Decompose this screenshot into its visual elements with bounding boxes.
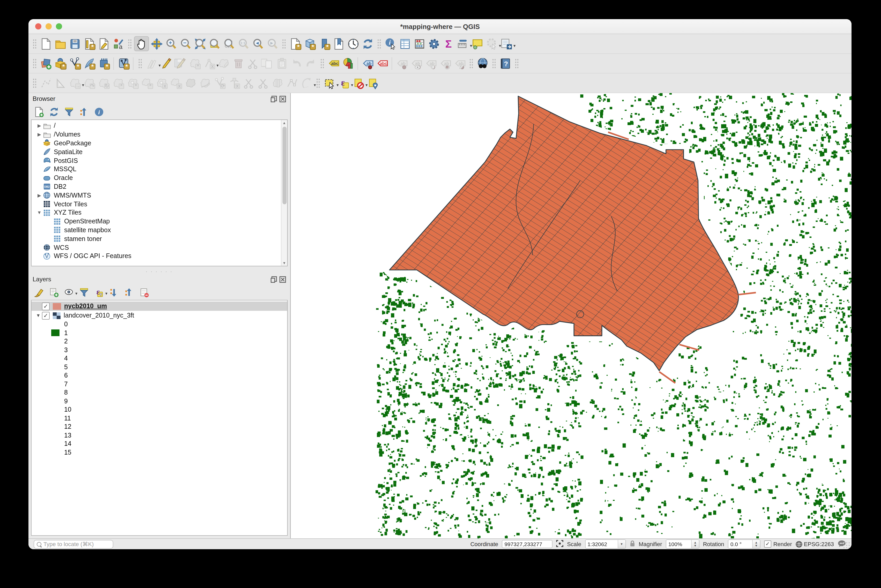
toolbar-grip[interactable] bbox=[32, 77, 37, 89]
toolbar-grip[interactable] bbox=[127, 38, 132, 50]
remove-layer-button[interactable] bbox=[138, 286, 150, 298]
panel-splitter[interactable]: · · · · · · bbox=[29, 269, 290, 274]
layer-visibility-checkbox[interactable]: ✓ bbox=[42, 312, 50, 320]
lock-scale-icon[interactable] bbox=[629, 540, 635, 548]
browser-item-stamen-toner[interactable]: stamen toner bbox=[36, 234, 286, 243]
browser-item-xyz-tiles[interactable]: ▼XYZ Tiles bbox=[36, 208, 286, 217]
statistical-summary-button[interactable] bbox=[412, 37, 426, 51]
identify-features-tool[interactable]: i bbox=[383, 37, 397, 51]
layer-class-row[interactable]: 13 bbox=[32, 431, 287, 440]
browser-float-icon[interactable] bbox=[270, 95, 277, 102]
browser-item-postgis[interactable]: PostGIS bbox=[36, 156, 286, 165]
chevron-right-icon[interactable]: ▶ bbox=[36, 193, 43, 198]
chevron-right-icon[interactable]: ▶ bbox=[36, 132, 43, 137]
layer-class-row[interactable]: 8 bbox=[32, 388, 287, 397]
add-mesh-layer-button[interactable]: * bbox=[97, 56, 111, 70]
help-contents-button[interactable]: ? bbox=[498, 56, 512, 70]
open-project-button[interactable] bbox=[53, 37, 67, 51]
scroll-up-icon[interactable]: ▲ bbox=[281, 120, 287, 126]
show-statistics-button[interactable]: Σ bbox=[441, 37, 455, 51]
toolbar-grip[interactable] bbox=[315, 77, 320, 89]
layer-row-nycb2010_um[interactable]: ✓nycb2010_um bbox=[32, 302, 287, 311]
browser-item--volumes[interactable]: ▶/Volumes bbox=[36, 130, 286, 139]
layer-class-row[interactable]: 11 bbox=[32, 414, 287, 423]
show-spatial-bookmarks-button[interactable] bbox=[332, 37, 345, 51]
chevron-down-icon[interactable]: ▼ bbox=[36, 210, 43, 215]
temporal-controller-button[interactable] bbox=[346, 37, 360, 51]
browser-item-geopackage[interactable]: GeoPackage bbox=[36, 139, 286, 148]
open-layer-styling-button[interactable] bbox=[33, 286, 45, 298]
expand-all-button[interactable] bbox=[108, 286, 120, 298]
magnifier-spinner[interactable]: ▲▼ bbox=[666, 539, 699, 549]
highlight-pinned-labels-button[interactable]: abc bbox=[375, 56, 389, 70]
browser-item-wfs-ogc-api-features[interactable]: WFS / OGC API - Features bbox=[36, 252, 286, 261]
toolbar-grip[interactable] bbox=[138, 58, 142, 69]
filter-by-expression-button[interactable]: ε▼ bbox=[93, 286, 105, 298]
layer-row-landcover_2010_nyc_3ft[interactable]: ▼✓landcover_2010_nyc_3ft bbox=[32, 311, 287, 320]
new-map-view-button[interactable]: * bbox=[288, 37, 302, 51]
crs-indicator[interactable]: EPSG:2263 bbox=[795, 541, 834, 548]
save-project-button[interactable] bbox=[68, 37, 82, 51]
select-features-dialog-button[interactable]: ▼ bbox=[499, 37, 513, 51]
add-delimited-text-layer-button[interactable]: * bbox=[68, 56, 82, 70]
layers-close-icon[interactable] bbox=[279, 276, 286, 283]
toggle-editing-button[interactable] bbox=[159, 56, 173, 70]
layer-class-row[interactable]: 5 bbox=[32, 363, 287, 371]
select-by-location-tool[interactable] bbox=[366, 76, 380, 90]
layer-visibility-checkbox[interactable]: ✓ bbox=[42, 302, 50, 310]
layer-class-row[interactable]: 3 bbox=[32, 346, 287, 354]
rotation-input[interactable] bbox=[728, 540, 752, 548]
zoom-last-tool[interactable]: ◂ bbox=[251, 37, 265, 51]
layer-class-row[interactable]: 9 bbox=[32, 397, 287, 405]
browser-item-openstreetmap[interactable]: OpenStreetMap bbox=[36, 217, 286, 226]
rotation-spinner[interactable]: ▲▼ bbox=[728, 539, 761, 549]
layer-class-row[interactable]: 15 bbox=[32, 448, 287, 457]
minimize-window-button[interactable] bbox=[45, 23, 52, 30]
scale-combo[interactable]: ▼ bbox=[585, 539, 626, 549]
add-vector-layer-button[interactable]: * bbox=[53, 56, 67, 70]
zoom-to-selection-tool[interactable] bbox=[222, 37, 236, 51]
pin-labels-button[interactable]: ab bbox=[360, 56, 375, 70]
resize-grip[interactable] bbox=[843, 542, 850, 548]
chevron-right-icon[interactable]: ▶ bbox=[36, 123, 43, 129]
layer-diagram-button[interactable] bbox=[341, 56, 355, 70]
layers-float-icon[interactable] bbox=[270, 276, 277, 283]
browser-close-icon[interactable] bbox=[279, 95, 286, 102]
browser-item--[interactable]: ▶/ bbox=[36, 122, 286, 130]
browser-collapse-all-button[interactable] bbox=[78, 105, 90, 118]
render-checkbox[interactable]: ✓ Render bbox=[764, 540, 792, 548]
browser-item-mssql[interactable]: MSSQL bbox=[36, 165, 286, 174]
locator-search-input[interactable]: Type to locate (⌘K) bbox=[34, 540, 113, 549]
zoom-in-tool[interactable]: + bbox=[164, 37, 178, 51]
layer-class-row[interactable]: 4 bbox=[32, 354, 287, 363]
browser-properties-button[interactable]: i bbox=[93, 105, 105, 118]
refresh-map-button[interactable] bbox=[360, 37, 375, 51]
new-print-layout-button[interactable]: * bbox=[82, 37, 96, 51]
browser-add-selected-layers-button[interactable] bbox=[33, 105, 45, 118]
browser-item-vector-tiles[interactable]: Vector Tiles bbox=[36, 200, 286, 208]
toolbar-grip[interactable] bbox=[514, 58, 519, 69]
add-virtual-layer-button[interactable]: * bbox=[116, 56, 131, 70]
layer-class-row[interactable]: 12 bbox=[32, 423, 287, 431]
new-spatial-bookmark-button[interactable]: * bbox=[317, 37, 331, 51]
layer-class-row[interactable]: 14 bbox=[32, 440, 287, 448]
zoom-full-tool[interactable] bbox=[193, 37, 207, 51]
scroll-down-icon[interactable]: ▼ bbox=[281, 260, 287, 266]
toolbar-grip[interactable] bbox=[32, 58, 37, 69]
layer-class-row[interactable]: 1 bbox=[32, 328, 287, 337]
toolbar-grip[interactable] bbox=[491, 58, 496, 69]
zoom-out-tool[interactable]: − bbox=[179, 37, 192, 51]
pan-to-selection-tool[interactable] bbox=[150, 37, 164, 51]
open-attribute-table-button[interactable] bbox=[398, 37, 412, 51]
toolbar-grip[interactable] bbox=[377, 38, 381, 50]
toolbar-grip[interactable] bbox=[32, 38, 37, 50]
layer-labeling-button[interactable]: abc bbox=[326, 56, 341, 70]
processing-toolbox-button[interactable] bbox=[427, 37, 441, 51]
manage-map-themes-button[interactable]: ▼ bbox=[63, 286, 75, 298]
select-features-tool[interactable]: ▼ bbox=[322, 76, 336, 90]
new-3d-map-view-button[interactable]: * bbox=[303, 37, 317, 51]
measure-tool[interactable]: ▼ bbox=[456, 37, 470, 51]
browser-item-spatialite[interactable]: SpatiaLite bbox=[36, 148, 286, 156]
coordinate-input[interactable] bbox=[502, 540, 552, 548]
style-manager-button[interactable]: a bbox=[111, 37, 125, 51]
